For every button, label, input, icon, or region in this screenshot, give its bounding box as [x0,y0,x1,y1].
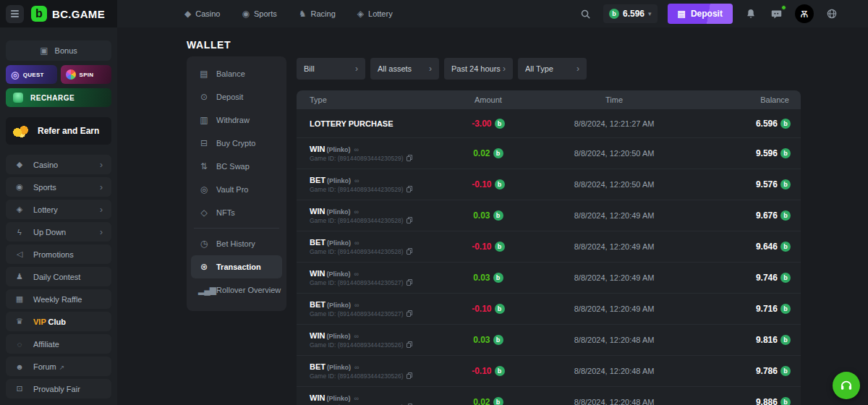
bc-coin-icon: b [493,210,503,221]
top-nav-lottery[interactable]: ◈ Lottery [357,9,393,19]
wallet-menu-nfts[interactable]: ◇ NFTs [191,201,282,224]
quest-button[interactable]: ◎ QUEST [6,65,57,84]
copy-icon[interactable] [407,250,411,255]
sidebar-item-promotions[interactable]: ◁ Promotions [6,244,111,264]
bonus-button[interactable]: ▣ Bonus [6,40,111,61]
balance-selector[interactable]: b 6.596 ▾ [603,4,658,23]
table-row[interactable]: WIN (Plinko) ∞ Game ID: (891440893444230… [297,263,801,294]
bc-coin-icon: b [493,148,503,158]
table-row[interactable]: WIN (Plinko) ∞ Game ID: (891440893444230… [297,325,801,356]
sidebar-item-sports[interactable]: ◉ Sports › [6,177,111,197]
copy-icon[interactable] [407,281,411,286]
table-row[interactable]: BET (Plinko) ∞ Game ID: (891440893444230… [297,294,801,325]
logo[interactable]: b BC.GAME [31,6,105,22]
chat-unread-dot [781,5,786,10]
table-row[interactable]: WIN (Plinko) ∞ Game ID: (891440893444230… [297,200,801,231]
chevron-down-icon: ▾ [648,10,652,17]
sidebar-item-up-down[interactable]: ϟ Up Down › [6,222,111,242]
spin-label: SPIN [80,72,94,78]
game-link-icon[interactable]: ∞ [354,208,358,216]
game-link-icon[interactable]: ∞ [354,146,358,153]
sidebar-item-lottery[interactable]: ◈ Lottery › [6,200,111,219]
game-link-icon[interactable]: ∞ [354,333,358,340]
sidebar-item-casino[interactable]: ◆ Casino › [6,155,111,174]
recharge-button[interactable]: RECHARGE [6,88,111,107]
withdraw-icon: ▥ [198,115,209,125]
copy-icon[interactable] [407,156,411,161]
casino-icon: ◆ [184,9,191,19]
bc-coin-icon: b [495,366,505,376]
wallet-menu-rollover-overview[interactable]: ▂▄▆ Rollover Overview [191,278,282,302]
sidebar-item-weekly-raffle[interactable]: ▦ Weekly Raffle [6,289,111,309]
table-row[interactable]: BET (Plinko) ∞ Game ID: (891440893444230… [297,169,801,200]
wallet-menu-bc-swap[interactable]: ⇅ BC Swap [191,155,282,178]
column-header-balance: Balance [700,95,801,104]
avatar[interactable]: Ѫ [795,4,814,23]
wallet-menu-buy-crypto[interactable]: ⊟ Buy Crypto [191,132,282,155]
search-icon[interactable] [577,6,593,22]
provably-fair-icon: ⊡ [14,384,25,393]
table-row[interactable]: WIN (Plinko) ∞ Game ID: (891440893444230… [297,138,801,169]
transaction-icon: ⊛ [198,262,209,272]
filter-all-type[interactable]: All Type › [518,58,587,80]
copy-icon[interactable] [407,343,411,348]
top-nav-sports[interactable]: ◉ Sports [242,9,276,19]
topbar-right: b 6.596 ▾ ▤ Deposit Ѫ [577,0,840,27]
wallet-menu-withdraw[interactable]: ▥ Withdraw [191,108,282,132]
support-chat-button[interactable] [833,372,860,399]
table-row[interactable]: BET (Plinko) ∞ Game ID: (891440893444230… [297,231,801,263]
sidebar-item-affiliate[interactable]: ◌ Affiliate [6,334,111,354]
deposit-button[interactable]: ▤ Deposit [668,4,733,24]
chat-icon[interactable] [769,6,785,22]
table-row[interactable]: BET (Plinko) ∞ Game ID: (891440893444230… [297,356,801,387]
wallet-menu-transaction[interactable]: ⊛ Transaction [191,255,282,278]
copy-icon[interactable] [407,312,411,317]
wallet-menu-deposit[interactable]: ⊙ Deposit [191,85,282,108]
table-row[interactable]: WIN (Plinko) ∞ Game ID: (891440893444230… [297,387,801,405]
topbar: b BC.GAME ◆ Casino ◉ Sports ♞ Racing ◈ L… [0,0,868,27]
filter-past-24-hours[interactable]: Past 24 hours › [444,58,513,80]
sidebar-item-forum[interactable]: ☻ Forum↗ [6,357,111,376]
affiliate-icon: ◌ [14,340,25,349]
filter-bill[interactable]: Bill › [297,58,365,80]
game-link-icon[interactable]: ∞ [354,302,359,309]
top-nav-racing[interactable]: ♞ Racing [299,9,336,19]
bc-coin-icon: b [780,210,791,221]
bc-coin-icon: b [495,242,505,252]
nfts-icon: ◇ [198,208,209,218]
column-header-type: Type [297,95,448,104]
refer-label: Refer and Earn [38,126,99,136]
copy-icon[interactable] [407,374,411,379]
bonus-label: Bonus [55,46,77,55]
table-row[interactable]: LOTTERY PURCHASE -3.00 b 8/8/2024, 12:21… [297,109,801,138]
game-link-icon[interactable]: ∞ [354,364,359,371]
bc-swap-icon: ⇅ [198,161,209,171]
hamburger-menu-button[interactable] [6,5,24,23]
deposit-button-label: Deposit [691,9,723,19]
sidebar-item-provably-fair[interactable]: ⊡ Provably Fair [6,379,111,398]
bc-coin-icon: b [780,179,791,189]
game-link-icon[interactable]: ∞ [354,395,358,402]
wallet-menu-bet-history[interactable]: ◷ Bet History [191,232,282,255]
language-globe-icon[interactable] [824,6,840,22]
header-balance-value: 6.596 [623,9,644,19]
filter-all-assets[interactable]: All assets › [370,58,439,80]
notifications-bell-icon[interactable] [743,6,759,22]
spin-button[interactable]: SPIN [61,65,112,84]
refer-and-earn-card[interactable]: Refer and Earn [6,117,111,145]
chevron-right-icon: › [100,160,103,170]
bc-coin-icon: b [780,397,791,405]
wallet-menu-vault-pro[interactable]: ◎ Vault Pro [191,178,282,201]
sidebar-item-daily-contest[interactable]: ♟ Daily Contest [6,267,111,286]
page-title: WALLET [187,39,231,51]
copy-icon[interactable] [407,218,411,223]
wallet-menu-balance[interactable]: ▤ Balance [191,62,282,85]
sidebar-item-vip-club[interactable]: ♛ VIP Club [6,312,111,331]
game-link-icon[interactable]: ∞ [354,177,359,184]
weekly-raffle-icon: ▦ [14,294,25,304]
game-link-icon[interactable]: ∞ [354,239,359,247]
top-nav-casino[interactable]: ◆ Casino [184,9,220,19]
copy-icon[interactable] [407,187,411,192]
game-link-icon[interactable]: ∞ [354,270,358,278]
chevron-right-icon: › [355,64,358,74]
